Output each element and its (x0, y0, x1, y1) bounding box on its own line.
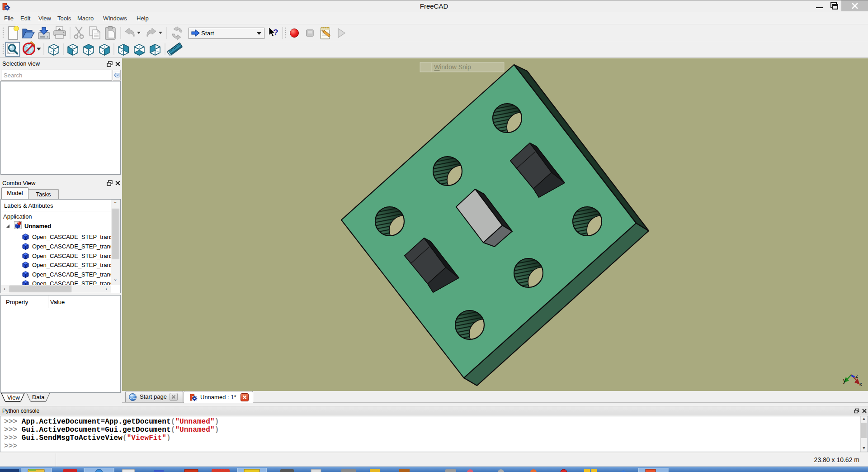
svg-text:?: ? (273, 28, 278, 37)
svg-text:Start: Start (201, 30, 214, 37)
svg-text:View: View (7, 394, 20, 401)
svg-text:y: y (843, 377, 846, 384)
svg-text:Open_CASCADE_STEP_trans: Open_CASCADE_STEP_trans (32, 262, 111, 268)
svg-text:z: z (855, 373, 858, 379)
svg-text:Open_CASCADE_STEP_trans: Open_CASCADE_STEP_trans (32, 280, 111, 285)
svg-text:Data: Data (32, 394, 45, 400)
svg-text:Open_CASCADE_STEP_trans: Open_CASCADE_STEP_trans (32, 243, 111, 250)
svg-text:Open_CASCADE_STEP_trans: Open_CASCADE_STEP_trans (32, 234, 111, 240)
svg-text:Window Snip: Window Snip (434, 63, 471, 71)
svg-text:x: x (859, 381, 862, 387)
svg-text:Open_CASCADE_STEP_trans: Open_CASCADE_STEP_trans (32, 271, 111, 278)
svg-text:Open_CASCADE_STEP_trans: Open_CASCADE_STEP_trans (32, 253, 111, 259)
